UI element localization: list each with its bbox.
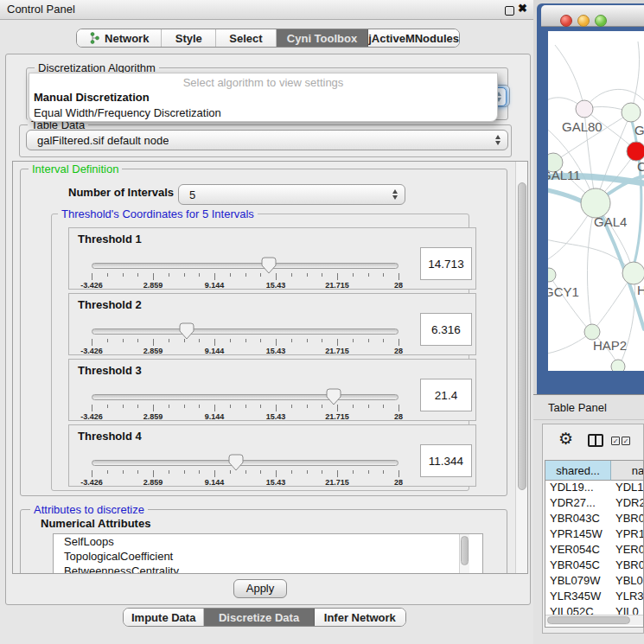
table-row[interactable]: YPR145WYPR1 [545,527,644,543]
network-node-label: H [637,283,644,297]
network-node[interactable] [627,142,644,161]
table-horizontal-scrollbar[interactable] [545,615,643,625]
cell-name[interactable]: YDL1 [611,481,644,496]
cell-name[interactable]: YDR2 [611,496,644,512]
network-node-label: GAL11 [548,168,581,182]
threshold-4-box: Threshold 4 -3.4262.8599.14415.4321.7152… [68,424,476,487]
apply-button[interactable]: Apply [233,579,287,598]
tab-cyni-toolbox[interactable]: Cyni Toolbox [277,29,368,47]
threshold-3-value-field[interactable]: 21.4 [420,379,472,411]
tab-network[interactable]: Network [77,29,162,47]
tab-style[interactable]: Style [162,29,216,47]
slider-ticks [92,405,399,412]
tab-select[interactable]: Select [216,29,277,47]
network-view-window: GAL80GACGAL11GAL4HGCY1HAP2 [537,3,644,394]
minimize-traffic-light[interactable] [577,15,590,27]
network-node[interactable] [622,103,641,122]
tab-style-label: Style [175,32,202,45]
cell-shared-name[interactable]: YDL19... [545,481,611,496]
tab-discretize-data[interactable]: Discretize Data [204,609,314,626]
tab-impute-data[interactable]: Impute Data [124,609,204,626]
slider-track[interactable] [92,328,399,335]
threshold-1-slider[interactable]: -3.4262.8599.14415.4321.71528 [92,256,399,287]
slider-thumb[interactable] [228,454,244,471]
attribute-list-item[interactable]: TopologicalCoefficient [54,549,482,564]
slider-track[interactable] [92,263,399,269]
threshold-4-slider[interactable]: -3.4262.8599.14415.4321.71528 [92,453,399,484]
checkbox-icon[interactable]: ✓ [622,437,630,445]
algorithm-option-manual[interactable]: Manual Discretization [29,90,497,105]
settings-scrollbar[interactable] [515,162,527,573]
network-node[interactable] [548,268,556,282]
table-row[interactable]: YBR043CYBR0 [545,512,644,527]
cell-shared-name[interactable]: YDR27... [545,496,611,512]
gear-icon[interactable]: ⚙ [558,430,573,448]
network-node[interactable] [576,100,593,118]
network-node[interactable] [581,188,610,218]
column-header-shared-name[interactable]: shared... [545,461,611,481]
checkbox-icon[interactable]: ✓ [611,437,620,445]
scrollbar-thumb[interactable] [547,616,630,624]
show-columns-icon[interactable] [588,434,603,447]
threshold-2-box: Threshold 2 -3.4262.8599.14415.4321.7152… [68,293,476,355]
cell-name[interactable]: YBR0 [611,512,644,527]
cell-name[interactable]: YIL0 [611,605,639,615]
scrollbar-thumb[interactable] [461,536,469,565]
algorithm-option-equal-width[interactable]: Equal Width/Frequency Discretization [29,105,497,121]
network-node-label: GCY1 [548,284,579,299]
network-node[interactable] [622,262,644,284]
tab-impute-data-label: Impute Data [131,611,195,624]
slider-ticks [92,273,399,281]
table-row[interactable]: YDL19...YDL1 [545,481,644,496]
table-row[interactable]: YLR345WYLR3 [545,590,644,605]
slider-thumb[interactable] [261,257,277,274]
attribute-list-item[interactable]: SelfLoops [54,534,482,549]
network-node[interactable] [611,360,625,371]
table-row[interactable]: YBR045CYBR0 [545,558,644,574]
float-window-icon[interactable] [505,6,514,16]
zoom-traffic-light[interactable] [595,15,607,27]
slider-track[interactable] [92,394,399,400]
number-of-intervals-value: 5 [179,188,195,201]
cell-shared-name[interactable]: YER054C [545,543,611,558]
table-row[interactable]: YDR27...YDR2 [545,496,644,512]
cell-shared-name[interactable]: YBR043C [545,512,611,527]
numerical-attributes-list[interactable]: SelfLoopsTopologicalCoefficientBetweenne… [53,533,483,574]
attribute-list-item[interactable]: BetweennessCentrality [54,564,482,574]
close-traffic-light[interactable] [560,15,572,27]
threshold-3-slider[interactable]: -3.4262.8599.14415.4321.71528 [92,387,399,418]
cell-name[interactable]: YPR1 [611,527,644,543]
cell-shared-name[interactable]: YBR045C [545,558,611,574]
slider-track[interactable] [92,460,399,466]
table-data-combobox[interactable]: galFiltered.sif default node [26,130,508,150]
cell-name[interactable]: YLR3 [611,590,644,605]
number-of-intervals-combobox[interactable]: 5 [178,184,405,205]
table-row[interactable]: YER054CYER0 [545,543,644,558]
slider-thumb[interactable] [326,388,341,405]
network-canvas[interactable]: GAL80GACGAL11GAL4HGCY1HAP2 [548,31,644,371]
scrollbar-thumb[interactable] [518,182,526,490]
threshold-1-value-field[interactable]: 14.713 [420,247,472,280]
stepper-icon[interactable] [392,189,398,200]
cell-shared-name[interactable]: YIL052C [545,605,611,615]
number-of-intervals-label: Number of Intervals [68,186,174,199]
cell-shared-name[interactable]: YLR345W [545,590,611,605]
column-header-name[interactable]: na [611,461,644,481]
table-row[interactable]: YIL052CYIL0 [545,605,644,615]
cell-shared-name[interactable]: YBL079W [545,574,611,590]
tab-infer-network[interactable]: Infer Network [315,609,405,626]
tab-jactivemnodules[interactable]: jActiveMNodules [368,29,459,47]
table-row[interactable]: YBL079WYBL0 [545,574,644,590]
cell-name[interactable]: YBL0 [611,574,643,590]
cell-name[interactable]: YER0 [611,543,644,558]
stepper-icon[interactable] [495,135,501,145]
cell-shared-name[interactable]: YPR145W [545,527,611,543]
threshold-4-value-field[interactable]: 11.344 [420,444,472,477]
threshold-2-value-field[interactable]: 6.316 [420,313,472,346]
slider-thumb[interactable] [179,322,194,340]
threshold-2-slider[interactable]: -3.4262.8599.14415.4321.71528 [92,322,399,353]
cell-name[interactable]: YBR0 [611,558,644,574]
threshold-1-box: Threshold 1 -3.4262.8599.14415.4321.7152… [68,227,476,290]
close-icon[interactable]: ✖ [518,2,527,15]
attributes-list-scrollbar[interactable] [459,534,469,574]
